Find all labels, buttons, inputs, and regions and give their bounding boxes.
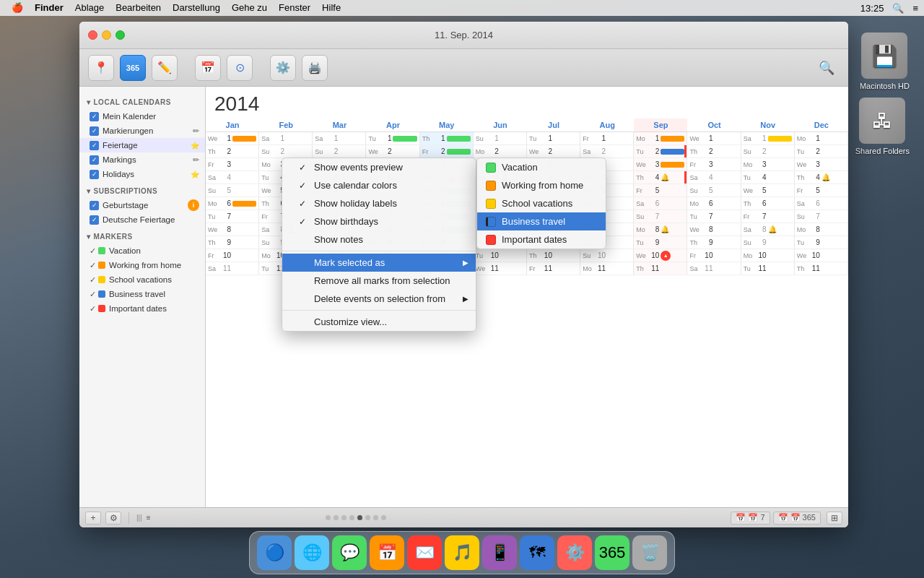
table-row[interactable]: Sa1 bbox=[259, 132, 313, 145]
menu-use-calendar-colors[interactable]: ✓ Use calendar colors bbox=[282, 176, 476, 194]
table-row[interactable]: Fr10 bbox=[206, 249, 259, 262]
markings-checkbox[interactable]: ✓ bbox=[90, 155, 99, 165]
close-button[interactable] bbox=[88, 30, 97, 40]
sub-menu-working[interactable]: Working from home bbox=[477, 176, 606, 194]
table-row[interactable]: Th4🔔 bbox=[634, 171, 687, 184]
table-row[interactable]: Tu10 bbox=[474, 249, 527, 262]
table-row[interactable]: Su10 bbox=[580, 249, 634, 262]
table-row[interactable]: Su2 bbox=[259, 145, 313, 158]
year-view-button[interactable]: 📅 📅 365 bbox=[773, 512, 821, 525]
menu-bearbeiten[interactable]: Bearbeiten bbox=[110, 0, 167, 16]
table-row[interactable]: Th11 bbox=[634, 262, 687, 275]
dock-prefs[interactable]: ⚙️ bbox=[557, 535, 592, 570]
table-row[interactable]: We1 bbox=[206, 132, 259, 145]
sidebar-item-mein-kalender[interactable]: ✓ Mein Kalender bbox=[79, 109, 205, 124]
table-row[interactable]: Tu2 bbox=[634, 145, 687, 158]
table-row[interactable]: Sa8🔔 bbox=[741, 223, 795, 236]
table-row[interactable]: Sa11 bbox=[206, 262, 259, 275]
sidebar-item-important-dates[interactable]: ✓ Important dates bbox=[79, 301, 205, 316]
table-row[interactable]: Th4🔔 bbox=[795, 171, 848, 184]
menubar-search-icon[interactable]: 🔍 bbox=[892, 3, 904, 14]
table-row[interactable]: Th2 bbox=[687, 145, 741, 158]
table-row[interactable]: Mo10 bbox=[741, 249, 795, 262]
table-row[interactable]: Sa11 bbox=[687, 262, 741, 275]
table-row[interactable]: Th1 bbox=[420, 132, 474, 145]
table-row[interactable]: Tu1 bbox=[527, 132, 580, 145]
table-row[interactable]: Su5 bbox=[206, 184, 259, 197]
menu-show-holiday-labels[interactable]: ✓ Show holiday labels bbox=[282, 194, 476, 212]
table-row[interactable]: Tu1 bbox=[366, 132, 419, 145]
table-row[interactable]: Mo1 bbox=[634, 132, 687, 145]
table-row[interactable]: Th11 bbox=[795, 262, 848, 275]
table-row[interactable]: Fr3 bbox=[206, 158, 259, 171]
dot-1[interactable] bbox=[326, 515, 331, 520]
dot-3[interactable] bbox=[341, 515, 346, 520]
dock-mail[interactable]: ✉️ bbox=[407, 535, 442, 570]
table-row[interactable]: Tu11 bbox=[741, 262, 795, 275]
geburtstage-checkbox[interactable]: ✓ bbox=[90, 201, 99, 210]
table-row[interactable]: We1 bbox=[687, 132, 741, 145]
table-row[interactable]: Tu4 bbox=[741, 171, 795, 184]
sidebar-item-deutsche-feiertage[interactable]: ✓ Deutsche Feiertage bbox=[79, 212, 205, 227]
dot-7[interactable] bbox=[373, 515, 378, 520]
sub-menu-business[interactable]: Business travel bbox=[477, 212, 606, 230]
sidebar-item-feiertage[interactable]: ✓ Feiertage ⭐ bbox=[79, 138, 205, 152]
macintosh-hd-icon[interactable]: 💾 Macintosh HD bbox=[860, 33, 910, 90]
table-row[interactable]: We2 bbox=[366, 145, 419, 158]
365-button[interactable]: 365 bbox=[120, 55, 146, 81]
feiertage-checkbox[interactable]: ✓ bbox=[90, 141, 99, 150]
dock-calendar[interactable]: 📅 bbox=[370, 535, 404, 570]
menu-show-events-preview[interactable]: ✓ Show events preview bbox=[282, 158, 476, 176]
table-row[interactable]: Mo1 bbox=[795, 132, 848, 145]
table-row[interactable]: Su9 bbox=[741, 236, 795, 249]
table-row[interactable]: Su1 bbox=[474, 132, 527, 145]
dock-365[interactable]: 365 bbox=[595, 535, 629, 570]
dock-finder[interactable]: 🔵 bbox=[257, 535, 292, 570]
dot-4[interactable] bbox=[349, 515, 354, 520]
table-row[interactable]: Th9 bbox=[687, 236, 741, 249]
sidebar-item-markierungen[interactable]: ✓ Markierungen ✏ bbox=[79, 124, 205, 138]
gear-button[interactable]: ⚙️ bbox=[270, 55, 296, 81]
table-row[interactable]: Mo11 bbox=[580, 262, 634, 275]
add-event-button[interactable]: 📅 bbox=[195, 55, 221, 81]
table-row[interactable]: Sa2 bbox=[580, 145, 634, 158]
markierungen-checkbox[interactable]: ✓ bbox=[90, 126, 99, 136]
table-row[interactable]: Fr10 bbox=[687, 249, 741, 262]
table-row[interactable]: Fr3 bbox=[687, 158, 741, 171]
table-row[interactable]: Th6 bbox=[741, 197, 795, 210]
table-row[interactable]: Fr1 bbox=[580, 132, 634, 145]
table-row[interactable]: Fr5 bbox=[795, 184, 848, 197]
table-row[interactable]: We11 bbox=[474, 262, 527, 275]
table-row[interactable]: We10▲ bbox=[634, 249, 687, 262]
table-row[interactable]: Fr2 bbox=[420, 145, 474, 158]
table-row[interactable]: Tu9 bbox=[795, 236, 848, 249]
dot-5[interactable] bbox=[357, 515, 362, 520]
table-row[interactable]: Sa6 bbox=[795, 197, 848, 210]
menu-customize-view[interactable]: Customize view... bbox=[282, 313, 476, 331]
print-button[interactable]: 🖨️ bbox=[302, 55, 328, 81]
circle-button[interactable]: ⊙ bbox=[227, 55, 253, 81]
table-row[interactable]: Sa1 bbox=[741, 132, 795, 145]
sub-menu-school[interactable]: School vacations bbox=[477, 194, 606, 212]
sidebar-item-vacation[interactable]: ✓ Vacation bbox=[79, 243, 205, 258]
holidays-checkbox[interactable]: ✓ bbox=[90, 170, 99, 179]
maximize-button[interactable] bbox=[116, 30, 125, 40]
dot-2[interactable] bbox=[334, 515, 339, 520]
menu-darstellung[interactable]: Darstellung bbox=[167, 0, 226, 16]
location-button[interactable]: 📍 bbox=[88, 55, 114, 81]
menu-ablage[interactable]: Ablage bbox=[69, 0, 110, 16]
table-row[interactable]: Tu2 bbox=[795, 145, 848, 158]
dock-trash[interactable]: 🗑️ bbox=[632, 535, 667, 570]
table-row[interactable]: We10 bbox=[795, 249, 848, 262]
sidebar-item-business-travel[interactable]: ✓ Business travel bbox=[79, 287, 205, 301]
list-view-button[interactable]: ≡ bbox=[147, 514, 151, 522]
mein-kalender-checkbox[interactable]: ✓ bbox=[90, 112, 99, 121]
table-row[interactable]: Su2 bbox=[313, 145, 366, 158]
dock-appstore[interactable]: 🗺 bbox=[520, 535, 554, 570]
sidebar-item-school-vacations[interactable]: ✓ School vacations bbox=[79, 272, 205, 287]
table-row[interactable]: Mo6 bbox=[687, 197, 741, 210]
table-row[interactable]: Sa4 bbox=[687, 171, 741, 184]
table-row[interactable]: Tu7 bbox=[687, 210, 741, 223]
week-view-button[interactable]: 📅 📅 7 bbox=[731, 512, 770, 525]
app-name[interactable]: Finder bbox=[29, 0, 69, 16]
